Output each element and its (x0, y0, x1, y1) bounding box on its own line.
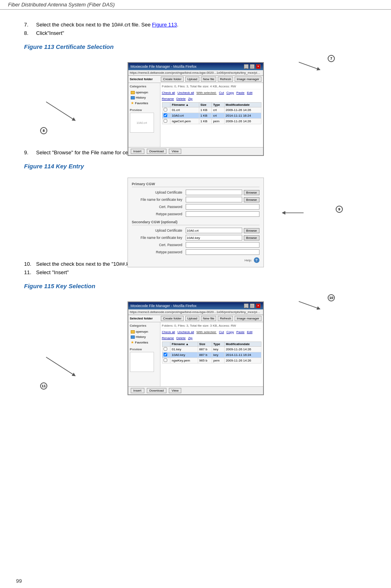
ff115-view-btn[interactable]: View (169, 388, 181, 393)
ff115-col-filename[interactable]: Filename ▲ (170, 342, 198, 347)
ff-file-table: Filename ▲ Size Type Modificationdate 01… (162, 102, 261, 124)
figure113-link[interactable]: Figure 113 (152, 22, 177, 28)
maximize-btn[interactable]: □ (250, 64, 255, 69)
ff115-uncheck-all-link[interactable]: Uncheck all (177, 330, 194, 334)
refresh-btn[interactable]: Refresh (218, 77, 233, 82)
sidebar-item-openvpn[interactable]: openvpn (130, 90, 158, 95)
ff115-row2-check[interactable] (162, 352, 170, 358)
ff115-upload-btn[interactable]: Upload (185, 316, 199, 321)
ff115-categories-title: Categories (130, 324, 158, 327)
ff115-row3-checkbox[interactable] (164, 358, 167, 362)
ff115-cut-link[interactable]: Cut (219, 330, 224, 334)
download-btn[interactable]: Download (147, 149, 167, 154)
insert-btn[interactable]: Insert (131, 149, 144, 154)
sidebar-label-openvpn: openvpn (136, 91, 148, 94)
ff115-star-icon: ★ (131, 340, 134, 344)
ff115-row2-checkbox[interactable] (164, 353, 167, 356)
ff115-edit-link[interactable]: Edit (247, 330, 253, 334)
close-btn[interactable]: ✕ (256, 64, 261, 69)
cert-key-label-secondary: File name for certificate key (132, 236, 184, 240)
col-date[interactable]: Modificationdate (224, 103, 261, 107)
row1-check[interactable] (162, 107, 170, 113)
sidebar-item-history[interactable]: History (130, 95, 158, 100)
new-file-btn[interactable]: New file (201, 77, 216, 82)
row3-check[interactable] (162, 119, 170, 124)
cert-key-browse-primary[interactable]: Browse (244, 197, 259, 202)
ff115-col-date[interactable]: Modificationdate (225, 342, 261, 347)
ff115-image-manager-btn[interactable]: Image manager (235, 316, 261, 321)
ff115-row1-check[interactable] (162, 347, 170, 352)
ff115-refresh-btn[interactable]: Refresh (218, 316, 233, 321)
ff115-rename-link[interactable]: Rename (162, 336, 174, 340)
row3-size: 1 KB (199, 119, 212, 124)
secondary-cgw-title: Secondary CGW (optional) (132, 220, 259, 225)
col-size[interactable]: Size (199, 103, 212, 107)
upload-cert-browse-secondary[interactable]: Browse (244, 228, 259, 233)
ff115-close-btn[interactable]: ✕ (256, 303, 261, 308)
paste-link[interactable]: Paste (236, 91, 244, 95)
ff115-sidebar-favorites[interactable]: ★ Favorites (130, 339, 158, 345)
ff115-row1-filename: 01.key (170, 347, 198, 352)
upload-cert-browse-primary[interactable]: Browse (244, 190, 259, 195)
table-row: 10A0.key 887 b key 2014-11-11 16:24 (162, 352, 261, 358)
edit-link[interactable]: Edit (247, 91, 253, 95)
callout-9: 9 (336, 206, 343, 213)
col-type[interactable]: Type (212, 103, 224, 107)
minimize-btn[interactable]: _ (244, 64, 249, 69)
zip-link[interactable]: Zip (188, 97, 192, 101)
image-manager-btn[interactable]: Image manager (235, 77, 261, 82)
ff115-row1-size: 887 b (198, 347, 212, 352)
check-all-link[interactable]: Check all (162, 91, 175, 95)
ff115-addressbar[interactable]: https://nemo3.deltanode.com/prot/ngw/bin… (128, 309, 263, 315)
col-filename[interactable]: Filename ▲ (170, 103, 199, 107)
ff115-sidebar-history[interactable]: History (130, 334, 158, 339)
upload-btn[interactable]: Upload (185, 77, 199, 82)
retype-password-input-secondary[interactable] (186, 249, 259, 255)
row2-checkbox[interactable] (164, 113, 167, 117)
ff115-maximize-btn[interactable]: □ (250, 303, 255, 308)
cert-key-input-secondary[interactable] (186, 235, 242, 240)
cert-key-input-primary[interactable] (186, 197, 242, 202)
ff115-row3-check[interactable] (162, 358, 170, 364)
ff115-minimize-btn[interactable]: _ (244, 303, 249, 308)
row3-checkbox[interactable] (164, 119, 167, 123)
delete-link[interactable]: Delete (176, 97, 186, 101)
ff115-paste-link[interactable]: Paste (236, 330, 244, 334)
create-folder-btn[interactable]: Create folder (161, 77, 183, 82)
ff115-col-size[interactable]: Size (198, 342, 212, 347)
cert-key-browse-secondary[interactable]: Browse (244, 235, 259, 240)
ff115-create-folder-btn[interactable]: Create folder (161, 316, 183, 321)
help-icon[interactable]: ? (254, 257, 259, 263)
cert-password-input-primary[interactable] (186, 204, 259, 210)
row1-checkbox[interactable] (164, 108, 167, 111)
ff115-download-btn[interactable]: Download (147, 388, 167, 393)
rename-link[interactable]: Rename (162, 97, 174, 101)
ff115-delete-link[interactable]: Delete (176, 336, 186, 340)
ff115-sidebar-openvpn[interactable]: openvpn (130, 329, 158, 334)
row3-filename: ngwCert.pem (170, 119, 199, 124)
upload-cert-input-primary[interactable] (186, 190, 242, 195)
sidebar-item-favorites[interactable]: ★ Favorites (130, 100, 158, 106)
key-entry-form: Primary CGW Upload Certificate Browse Fi… (128, 178, 264, 267)
ff115-check-all-link[interactable]: Check all (162, 330, 175, 334)
ff115-insert-btn[interactable]: Insert (131, 388, 144, 393)
ff115-zip-link[interactable]: Zip (188, 336, 192, 340)
ff115-row1-checkbox[interactable] (164, 347, 167, 351)
ff115-copy-link[interactable]: Copy (226, 330, 234, 334)
step-8-text: Click"Insert" (36, 30, 64, 36)
cert-password-input-secondary[interactable] (186, 242, 259, 248)
ff-window-title: Moxiecode File Manager - Mozilla Firefox (131, 65, 197, 69)
retype-password-input-primary[interactable] (186, 211, 259, 217)
header-title: Fiber Distributed Antenna System (Fiber … (8, 2, 115, 8)
ff115-col-type[interactable]: Type (212, 342, 225, 347)
ff-addressbar[interactable]: https://nemo3.deltanode.com/prot/ngw/bin… (128, 70, 263, 76)
upload-cert-input-secondary[interactable] (186, 228, 242, 233)
ff115-new-file-btn[interactable]: New file (201, 316, 216, 321)
uncheck-all-link[interactable]: Uncheck all (177, 91, 194, 95)
cut-link[interactable]: Cut (219, 91, 224, 95)
copy-link[interactable]: Copy (226, 91, 234, 95)
ff115-col-check (162, 342, 170, 347)
view-btn[interactable]: View (169, 149, 181, 154)
ff115-actions: Check all Uncheck all With selected: Cut… (162, 330, 261, 340)
row2-check[interactable] (162, 113, 170, 119)
